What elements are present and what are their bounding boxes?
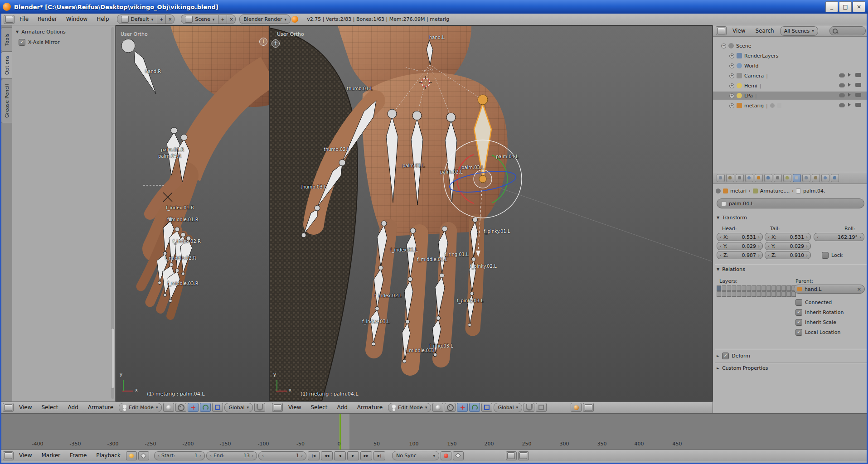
layer-cell[interactable]: [742, 285, 746, 291]
add-region-button[interactable]: +: [272, 39, 280, 48]
menu-marker[interactable]: Marker: [37, 450, 64, 461]
outliner-row-camera[interactable]: + Camera |: [729, 72, 768, 80]
manipulator-translate-toggle[interactable]: [188, 403, 199, 412]
menu-add[interactable]: Add: [64, 402, 82, 413]
head-x-field[interactable]: ‹X:0.531›: [717, 233, 763, 241]
layer-cell[interactable]: [781, 291, 786, 297]
head-y-field[interactable]: ‹Y:0.029›: [717, 242, 763, 250]
layer-cell[interactable]: [786, 285, 791, 291]
menu-file[interactable]: File: [15, 14, 33, 25]
outliner-filter-dropdown[interactable]: All Scenes▾: [780, 26, 818, 36]
bone-name-field[interactable]: palm.04.L: [717, 198, 864, 208]
hide-eye-icon[interactable]: [839, 73, 845, 77]
viewport-left[interactable]: User Ortho + hand.R palm.01.R palm.04.R …: [116, 25, 269, 401]
tab-render-icon[interactable]: [717, 174, 725, 182]
armature-options-panel-header[interactable]: ▼ Armature Options: [16, 29, 66, 35]
layer-cell[interactable]: [776, 285, 781, 291]
orientation-dropdown[interactable]: Global▾: [494, 403, 522, 412]
layer-cell[interactable]: [766, 291, 771, 297]
play-reverse-button[interactable]: ◀: [334, 451, 346, 460]
tab-material-icon[interactable]: [802, 174, 810, 182]
tab-grease-pencil[interactable]: Grease Pencil: [1, 79, 13, 123]
pivot-point-dropdown[interactable]: [445, 403, 456, 412]
manipulator-rotate-toggle[interactable]: [200, 403, 211, 412]
inherit-scale-checkbox[interactable]: ✓: [795, 319, 802, 326]
tab-physics-icon[interactable]: [831, 174, 839, 182]
snap-toggle[interactable]: [254, 403, 265, 412]
roll-field[interactable]: ‹162.19°›: [814, 233, 864, 241]
layer-cell[interactable]: [732, 285, 736, 291]
tab-tools[interactable]: Tools: [1, 27, 13, 52]
close-button[interactable]: ×: [853, 1, 865, 12]
expand-icon[interactable]: +: [729, 83, 734, 88]
expand-icon[interactable]: −: [721, 44, 726, 48]
renderable-icon[interactable]: [855, 103, 861, 107]
record-button[interactable]: [126, 451, 137, 460]
tail-y-field[interactable]: ‹Y:0.029›: [765, 242, 811, 250]
menu-armature[interactable]: Armature: [353, 402, 387, 413]
layer-cell[interactable]: [747, 285, 751, 291]
layer-cell[interactable]: [727, 285, 731, 291]
manipulator-translate-toggle[interactable]: [457, 403, 468, 412]
screen-layout-selector[interactable]: Default▾: [117, 14, 158, 24]
add-region-button[interactable]: +: [259, 38, 267, 46]
menu-select[interactable]: Select: [37, 402, 62, 413]
parent-field[interactable]: hand.L ×: [794, 285, 865, 294]
play-button[interactable]: ▶: [347, 451, 359, 460]
expand-icon[interactable]: +: [729, 53, 734, 58]
connected-checkbox[interactable]: [795, 299, 802, 306]
tab-data-icon[interactable]: [783, 174, 791, 182]
outliner-row-scene[interactable]: − Scene: [721, 42, 752, 50]
paste-pose-button[interactable]: [518, 451, 529, 460]
menu-frame[interactable]: Frame: [66, 450, 91, 461]
menu-view[interactable]: View: [15, 402, 36, 413]
layer-cell[interactable]: [766, 285, 771, 291]
next-keyframe-button[interactable]: ▶▶: [360, 451, 372, 460]
editor-type-3dview-icon[interactable]: [3, 403, 14, 412]
tab-constraints-icon[interactable]: [764, 174, 772, 182]
selectable-icon[interactable]: [848, 83, 851, 87]
manipulator-rotate-toggle[interactable]: [469, 403, 480, 412]
layer-cell[interactable]: [781, 285, 786, 291]
editor-type-info-icon[interactable]: [4, 15, 15, 24]
menu-add[interactable]: Add: [333, 402, 352, 413]
layer-cell[interactable]: [771, 285, 776, 291]
layer-cell[interactable]: [717, 285, 721, 291]
tab-modifiers-icon[interactable]: [774, 174, 782, 182]
keying-set-button[interactable]: [138, 451, 149, 460]
tab-texture-icon[interactable]: [812, 174, 820, 182]
menu-armature[interactable]: Armature: [84, 402, 117, 413]
pin-icon[interactable]: [716, 188, 721, 193]
tab-scene-icon[interactable]: [736, 174, 744, 182]
outliner-row-world[interactable]: + World: [729, 62, 759, 70]
minimize-button[interactable]: _: [825, 1, 838, 12]
layer-cell[interactable]: [786, 291, 791, 297]
custom-properties-panel-header[interactable]: ► Custom Properties: [717, 365, 768, 371]
delete-scene-button[interactable]: ×: [227, 14, 236, 24]
layer-cell[interactable]: [761, 291, 766, 297]
clear-parent-icon[interactable]: ×: [857, 286, 861, 292]
viewport-shading-dropdown[interactable]: [163, 403, 174, 412]
menu-help[interactable]: Help: [92, 14, 113, 25]
layer-cell[interactable]: [717, 291, 721, 297]
tail-z-field[interactable]: ‹Z:0.910›: [765, 251, 811, 259]
viewport-shading-dropdown[interactable]: [432, 403, 443, 412]
tab-options[interactable]: Options: [1, 52, 13, 79]
layer-cell[interactable]: [732, 291, 736, 297]
menu-window[interactable]: Window: [62, 14, 92, 25]
editor-type-outliner-icon[interactable]: [716, 26, 727, 35]
orientation-dropdown[interactable]: Global▾: [224, 403, 253, 412]
layer-cell[interactable]: [756, 285, 761, 291]
menu-view[interactable]: View: [15, 450, 36, 461]
tab-bone-icon[interactable]: [793, 174, 801, 182]
breadcrumb-bone[interactable]: palm.04.: [803, 188, 825, 194]
layer-cell[interactable]: [737, 285, 741, 291]
title-bar[interactable]: Blender* [C:\Users\Reifus\Desktop\viking…: [0, 0, 868, 14]
outliner-menu-search[interactable]: Search: [751, 25, 778, 36]
pivot-point-dropdown[interactable]: [175, 403, 186, 412]
layer-cell[interactable]: [761, 285, 766, 291]
mode-dropdown[interactable]: Edit Mode▾: [388, 403, 431, 412]
record-toggle[interactable]: [441, 451, 451, 460]
hide-eye-icon[interactable]: [839, 93, 845, 97]
expand-icon[interactable]: +: [729, 73, 734, 78]
